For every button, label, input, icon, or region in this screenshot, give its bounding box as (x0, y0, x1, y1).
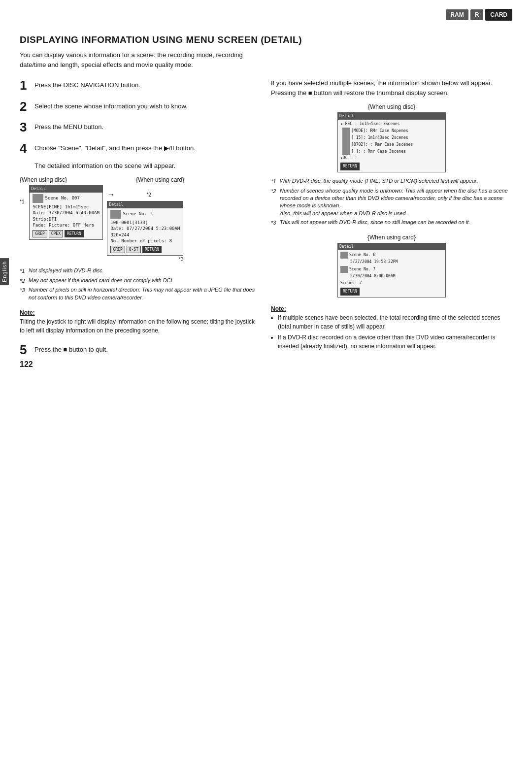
right-fn3-mark: *3 (271, 219, 280, 227)
step-4-text: Choose "Scene", "Detail", and then press… (34, 141, 196, 153)
col-right: If you have selected multiple scenes, th… (271, 78, 512, 364)
right-disc-screen-header: Detail (338, 113, 445, 120)
arrow-row: → *2 (107, 190, 151, 199)
right-card-scenes: Scenes: 2 (340, 280, 443, 286)
card-screen-box: Detail Scene No. 1 100-0001[3133] Date: … (107, 201, 183, 256)
disc-btn-grep[interactable]: GREP (33, 230, 47, 237)
step-1-number: 1 (20, 78, 31, 93)
footnotes-left: *1 Not displayed with DVD-R disc. *2 May… (20, 267, 256, 301)
badge-ram: RAM (446, 9, 468, 20)
page-number: 122 (20, 360, 33, 369)
step-3: 3 Press the MENU button. (20, 120, 256, 134)
right-note-item1: If multiple scenes have been selected, t… (278, 313, 512, 331)
card-row2: 100-0001[3133] (110, 220, 180, 226)
star1-left: *1 (20, 199, 24, 204)
disc-thumbnail-icon (33, 194, 43, 203)
right-disc-row3: [ 15]: 1m1r43sec 2scenes (340, 134, 443, 141)
top-badges: RAM R CARD (446, 9, 512, 21)
footnote-3: *3 Number of pixels on still in horizont… (20, 286, 256, 301)
card-row1: Scene No. 1 (110, 210, 180, 219)
card-thumbnail-icon (110, 210, 121, 219)
right-card-screen-header: Detail (338, 243, 445, 250)
step-3-text: Press the MENU button. (34, 120, 103, 132)
card-row5: No. Number of pixels: 8 (110, 238, 180, 244)
step-4: 4 Choose "Scene", "Detail", and then pre… (20, 141, 256, 156)
step-1-text: Press the DISC NAVIGATION button. (34, 78, 140, 90)
step-2-text: Select the scene whose information you w… (34, 99, 188, 111)
right-card-btn-row: RETURN (340, 288, 443, 296)
screen-labels: {When using disc} {When using card} (20, 176, 256, 183)
right-disc-thumb1 (342, 128, 350, 134)
note-title-left: Note: (20, 308, 256, 317)
note-section-left: Note: Tilting the joystick to right will… (20, 308, 256, 335)
footnote-3-text: Number of pixels on still in horizontal … (29, 286, 256, 301)
right-disc-row4: [8702]: : Rmr Case 3scenes (340, 141, 443, 148)
right-intro-text: If you have selected multiple scenes, th… (271, 78, 512, 98)
right-disc-btn-return[interactable]: RETURN (340, 163, 360, 170)
card-btn-row: GREP Q-ST RETURN (110, 246, 180, 253)
step-5-text: Press the ■ button to quit. (34, 343, 108, 355)
right-fn1-mark: *1 (271, 177, 280, 186)
right-card-scene7: Scene No. 7 (349, 266, 375, 272)
right-footnotes: *1 With DVD-R disc, the quality mode (FI… (271, 177, 512, 227)
card-scene-num: Scene No. 1 (123, 211, 152, 217)
col-left: 1 Press the DISC NAVIGATION button. 2 Se… (20, 78, 256, 364)
note-text-left: Tilting the joystick to right will displ… (20, 317, 256, 335)
right-fn1-text: With DVD-R disc, the quality mode (FINE,… (280, 177, 478, 186)
step4-detail: The detailed information on the scene wi… (34, 162, 256, 169)
right-card-thumb1 (340, 252, 348, 259)
right-card-thumb2 (340, 266, 348, 273)
disc-screen-header: Detail (30, 186, 102, 192)
right-footnote-3: *3 This will not appear with DVD-R disc,… (271, 219, 512, 227)
footnote-3-mark: *3 (20, 286, 29, 295)
step-4-number: 4 (20, 141, 31, 156)
disc-screen-row2: SCENE[FINE] 1h1m15sec (33, 204, 100, 210)
step-2-number: 2 (20, 99, 31, 114)
footnote-2: *2 May not appear if the loaded card doe… (20, 277, 256, 286)
step-5: 5 Press the ■ button to quit. (20, 343, 256, 357)
right-disc-thumb4 (342, 148, 350, 155)
intro-text: You can display various information for … (20, 50, 256, 69)
right-disc-thumb3 (342, 141, 350, 148)
badge-card: CARD (485, 9, 512, 21)
right-fn2-text: Number of scenes whose quality mode is u… (280, 187, 512, 218)
disc-scene-info: Scene No. 007 (45, 195, 79, 201)
right-disc-bottom: ★DC : : (340, 155, 443, 161)
disc-btn-cpex[interactable]: CPEX (49, 230, 63, 237)
step-1: 1 Press the DISC NAVIGATION button. (20, 78, 256, 93)
footnote-2-text: May not appear if the loaded card does n… (29, 277, 174, 284)
left-star-markers: *1 (20, 199, 24, 216)
right-disc-rec-row: ★ REC : 1m1h+5sec 3Scenes (340, 121, 399, 127)
disc-screen-row5: Fade: Picture: OFF Hers (33, 222, 100, 229)
card-btn-qst[interactable]: Q-ST (127, 246, 141, 253)
star2-marker: *2 (146, 192, 151, 198)
card-btn-grep[interactable]: GREP (110, 246, 125, 253)
right-disc-row5-text: [ ]: : Rmr Case 3scenes (351, 149, 406, 155)
page-container: RAM R CARD DISPLAYING INFORMATION USING … (0, 0, 532, 384)
right-card-row1: Scene No. 6 (340, 252, 443, 259)
right-disc-thumb2 (342, 134, 350, 141)
right-card-btn-return[interactable]: RETURN (340, 288, 360, 296)
star3-marker: *3 (179, 257, 183, 262)
footnote-1-mark: *1 (20, 267, 29, 276)
card-row3: Date: 07/27/2004 5:23:00AM (110, 226, 180, 232)
right-disc-row2-text: [MODE]: RMr Case Nopemes (351, 128, 408, 134)
card-row4: 320×244 (110, 232, 180, 238)
right-note-list: If multiple scenes have been selected, t… (271, 313, 512, 351)
step-3-number: 3 (20, 120, 31, 134)
right-card-screen: Detail Scene No. 6 5/27/2004 19:53:22PM … (337, 243, 446, 297)
card-label-left: {When using card} (136, 176, 184, 183)
right-note-item2: If a DVD-R disc recorded on a device oth… (278, 333, 512, 351)
disc-btn-row: GREP CPEX RETURN (33, 230, 100, 237)
card-btn-return[interactable]: RETURN (142, 246, 162, 253)
right-screens-group: → *2 Detail Scene No. 1 100-0001[3133] D… (107, 185, 183, 262)
english-sidebar: English (0, 258, 9, 285)
disc-screen-row1: Scene No. 007 (33, 194, 100, 203)
right-disc-row2: [MODE]: RMr Case Nopemes (340, 128, 443, 134)
right-footnote-2: *2 Number of scenes whose quality mode i… (271, 187, 512, 218)
right-footnote-1: *1 With DVD-R disc, the quality mode (FI… (271, 177, 512, 186)
arrow-right-icon: → (107, 190, 115, 199)
right-disc-row5: [ ]: : Rmr Case 3scenes (340, 148, 443, 155)
disc-btn-return[interactable]: RETURN (65, 230, 84, 237)
step-2: 2 Select the scene whose information you… (20, 99, 256, 114)
